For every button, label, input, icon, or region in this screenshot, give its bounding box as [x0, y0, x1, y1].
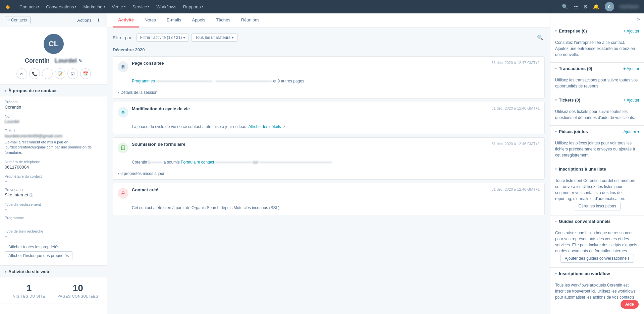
pieces-jointes-description: Utilisez les pièces jointes pour voir to…: [555, 140, 639, 158]
activity-filter-button[interactable]: Filtrer l'activité (18 / 21) ▾: [137, 34, 189, 42]
activity-card-header: Modification du cycle de vie 31 déc. 202…: [113, 102, 544, 122]
users-filter-button[interactable]: Tous les utilisateurs ▾: [192, 34, 237, 42]
show-history-button[interactable]: Afficher l'historique des propriétés: [5, 251, 72, 260]
call-action-button[interactable]: 📞: [29, 68, 40, 79]
tab-appels[interactable]: Appels: [186, 13, 211, 27]
activity-filter-label: Filtrer l'activité (18 / 21): [140, 35, 182, 40]
add-tickets-button[interactable]: + Ajouter: [623, 98, 639, 103]
right-section-guides-header[interactable]: ▾ Guides conversationnels: [550, 215, 644, 227]
form-properties-expand[interactable]: › 6 propriétés mises à jour: [113, 169, 544, 179]
properties-buttons: Afficher toutes les propriétés Afficher …: [5, 243, 102, 260]
tab-reunions[interactable]: Réunions: [236, 13, 265, 27]
session-details-expand[interactable]: › Détails de la session: [113, 88, 544, 98]
meeting-action-button[interactable]: 📅: [80, 68, 91, 79]
expand-label: Détails de la session: [120, 90, 157, 95]
nav-caret: ▾: [104, 5, 105, 8]
right-section-title: Guides conversationnels: [559, 219, 611, 224]
right-section-inscriptions-workflow-header[interactable]: ▾ Inscriptions au workflow: [550, 268, 644, 279]
right-section-title: Inscriptions à une liste: [559, 167, 606, 172]
right-section-tickets: ▾ Tickets (0) + Ajouter Utilisez des tic…: [550, 94, 644, 126]
inscriptions-workflow-description: Tous les workflows auxquels Corentin est…: [555, 282, 639, 300]
marketplace-button[interactable]: ⚏: [574, 4, 578, 10]
tab-notes[interactable]: Notes: [139, 13, 161, 27]
back-label: Contacts: [11, 18, 27, 22]
notifications-button[interactable]: 🔔: [593, 4, 599, 10]
tab-activite[interactable]: Activité: [113, 13, 139, 27]
contact-created-icon: [118, 188, 128, 199]
page-link-programmes[interactable]: Programmes: [132, 79, 155, 83]
add-transactions-button[interactable]: + Ajouter: [623, 66, 639, 71]
activity-title: Modification du cycle de vie: [132, 106, 488, 111]
back-to-contacts-button[interactable]: ‹ Contacts: [5, 16, 31, 24]
note-action-button[interactable]: 📝: [55, 68, 65, 79]
manage-inscriptions-button[interactable]: Gérer les inscriptions: [574, 202, 621, 210]
settings-button[interactable]: ⚙: [583, 4, 588, 10]
web-activity-section: ▾ Activité du site web 1 VISITES DU SITE…: [0, 266, 107, 304]
right-section-transactions-header[interactable]: ▾ Transactions (0) + Ajouter: [550, 63, 644, 74]
visits-stat: 1 VISITES DU SITE: [5, 283, 54, 298]
add-entreprise-button[interactable]: + Ajouter: [623, 29, 639, 34]
nav-rapports[interactable]: Rapports ▾: [183, 4, 204, 9]
tab-taches[interactable]: Tâches: [211, 13, 236, 27]
user-name: UserName: [620, 4, 639, 9]
nav-caret: ▾: [202, 5, 204, 8]
aide-button[interactable]: Aide: [621, 300, 639, 309]
activity-card-header: Contact créé 31 déc. 2020 à 12:46 GMT+1: [113, 183, 544, 203]
activity-card-header: Page consultée 31 déc. 2020 à 12:47 GMT+…: [113, 57, 544, 76]
section-caret-icon: ▾: [555, 98, 557, 102]
filter-label: Filtrer par :: [113, 35, 134, 40]
nav-conversations[interactable]: Conversations ▾: [46, 4, 76, 9]
edit-name-icon[interactable]: ✎: [78, 58, 82, 63]
download-icon[interactable]: ⬇: [95, 17, 102, 24]
right-section-tickets-header[interactable]: ▾ Tickets (0) + Ajouter: [550, 94, 644, 106]
show-all-properties-button[interactable]: Afficher toutes les propriétés: [5, 243, 63, 251]
page-link-blurred-1: ——————————————: [156, 78, 212, 84]
guides-description: Construisez une bibliothèque de ressourc…: [555, 230, 639, 254]
right-section-body: Utilisez des tickets pour suivre toutes …: [550, 106, 644, 125]
right-section-entreprise-header[interactable]: ▾ Entreprise (0) + Ajouter: [550, 25, 644, 37]
nav-vente[interactable]: Vente ▾: [112, 4, 126, 9]
activity-search-button[interactable]: 🔍: [536, 33, 545, 42]
right-section-pieces-jointes: ▾ Pièces jointes Ajouter ▾ Utilisez les …: [550, 126, 644, 163]
search-button[interactable]: 🔍: [562, 4, 568, 10]
field-prenom: Prénom Corentin: [5, 100, 102, 110]
task-action-button[interactable]: ☑: [67, 68, 78, 79]
activity-title: Contact créé: [132, 187, 488, 192]
field-phone: Numéro de téléphone 0611708004: [5, 160, 102, 170]
nav-contacts[interactable]: Contacts ▾: [19, 4, 39, 9]
nav-caret: ▾: [75, 5, 76, 8]
right-section-entreprise: ▾ Entreprise (0) + Ajouter Consultez l'e…: [550, 25, 644, 63]
activity-title: Soumission de formulaire: [132, 142, 488, 147]
contact-actions: ✉ 📞 + 📝 ☑ 📅: [5, 68, 102, 79]
actions-button[interactable]: Actions: [75, 17, 93, 24]
right-section-pieces-jointes-header[interactable]: ▾ Pièces jointes Ajouter ▾: [550, 126, 644, 137]
field-owner: Propriétaire du contact –: [5, 174, 102, 183]
activity-card-lifecycle: Modification du cycle de vie 31 déc. 202…: [113, 102, 545, 134]
right-panel-collapse: »: [550, 13, 644, 25]
about-section-header[interactable]: ▾ À propos de ce contact: [0, 85, 107, 97]
add-pieces-jointes-button[interactable]: Ajouter ▾: [624, 129, 639, 134]
nav-marketing[interactable]: Marketing ▾: [83, 4, 105, 9]
nav-service[interactable]: Service ▾: [132, 4, 150, 9]
user-avatar[interactable]: C: [605, 2, 614, 11]
lifecycle-details-link[interactable]: Afficher les détails: [249, 124, 281, 129]
lifecycle-body: La phase du cycle de vie de ce contact a…: [132, 124, 248, 129]
activity-content: Soumission de formulaire: [132, 142, 488, 147]
expand-caret-icon: ›: [118, 90, 119, 95]
nav-workflows[interactable]: Workflows: [156, 4, 176, 9]
add-guides-button[interactable]: Ajouter des guides conversationnels: [560, 254, 634, 263]
entreprise-description: Consultez l'entreprise liée à ce contact…: [555, 40, 639, 58]
form-icon: [118, 142, 128, 153]
web-activity-header[interactable]: ▾ Activité du site web: [0, 266, 107, 277]
add-action-button[interactable]: +: [42, 68, 53, 79]
right-section-inscriptions-liste-header[interactable]: ▾ Inscriptions à une liste: [550, 163, 644, 175]
section-caret-icon: ▾: [555, 29, 557, 33]
email-action-button[interactable]: ✉: [16, 68, 27, 79]
form-link[interactable]: Formulaire contact: [181, 160, 214, 165]
collapse-right-panel-button[interactable]: »: [637, 16, 640, 22]
activity-body: Programmes —————————————— | ————————————…: [113, 76, 544, 88]
tab-emails[interactable]: E-mails: [161, 13, 186, 27]
right-section-title-wrap: ▾ Guides conversationnels: [555, 219, 611, 224]
web-activity-title: Activité du site web: [8, 269, 49, 274]
about-section-title: À propos de ce contact: [8, 88, 57, 93]
